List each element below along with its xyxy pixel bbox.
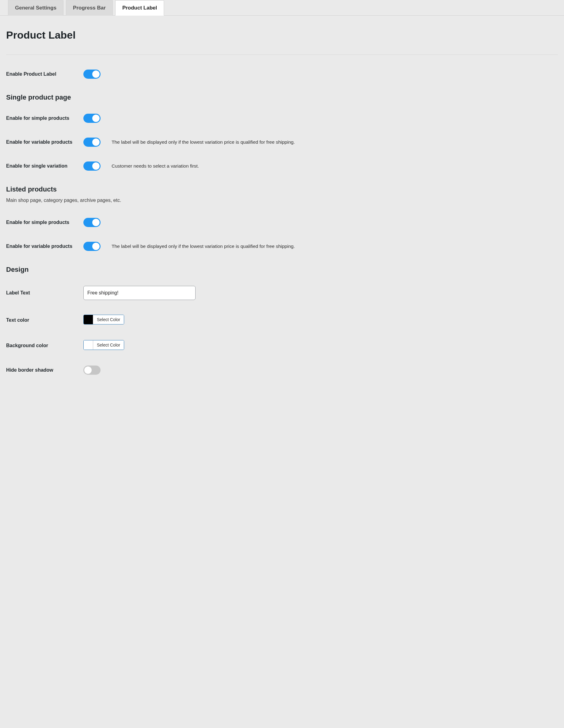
single-variable-label: Enable for variable products	[6, 139, 77, 145]
divider	[6, 55, 558, 55]
page-title: Product Label	[6, 29, 558, 41]
listed-variable-label: Enable for variable products	[6, 244, 77, 249]
hide-shadow-label: Hide border shadow	[6, 367, 77, 373]
bg-color-swatch[interactable]	[84, 340, 93, 350]
settings-tabs: General Settings Progress Bar Product La…	[0, 0, 564, 16]
hide-shadow-toggle[interactable]	[83, 366, 100, 375]
single-variation-label: Enable for single variation	[6, 163, 77, 169]
single-product-heading: Single product page	[6, 93, 558, 101]
text-color-select-button[interactable]: Select Color	[93, 315, 124, 324]
enable-product-label-label: Enable Product Label	[6, 71, 77, 77]
enable-product-label-toggle[interactable]	[83, 70, 100, 79]
text-color-swatch[interactable]	[84, 315, 93, 324]
listed-heading: Listed products	[6, 185, 558, 193]
listed-variable-toggle[interactable]	[83, 242, 100, 251]
listed-simple-toggle[interactable]	[83, 218, 100, 227]
bg-color-select-button[interactable]: Select Color	[93, 340, 124, 350]
single-variation-toggle[interactable]	[83, 161, 100, 171]
text-color-label: Text color	[6, 317, 77, 323]
listed-variable-desc: The label will be displayed only if the …	[112, 244, 295, 249]
label-text-input[interactable]	[83, 286, 195, 300]
bg-color-label: Background color	[6, 343, 77, 348]
bg-color-picker: Select Color	[83, 340, 124, 350]
single-simple-label: Enable for simple products	[6, 116, 77, 121]
tab-progress-bar[interactable]: Progress Bar	[66, 0, 113, 16]
tab-product-label[interactable]: Product Label	[115, 0, 164, 16]
listed-subheading: Main shop page, category pages, archive …	[6, 198, 558, 203]
text-color-picker: Select Color	[83, 315, 124, 324]
single-simple-toggle[interactable]	[83, 114, 100, 123]
label-text-label: Label Text	[6, 290, 77, 296]
single-variable-desc: The label will be displayed only if the …	[112, 139, 295, 145]
design-heading: Design	[6, 266, 558, 274]
single-variation-desc: Customer needs to select a variation fir…	[112, 163, 199, 169]
tab-general-settings[interactable]: General Settings	[8, 0, 63, 16]
listed-simple-label: Enable for simple products	[6, 220, 77, 225]
single-variable-toggle[interactable]	[83, 138, 100, 147]
